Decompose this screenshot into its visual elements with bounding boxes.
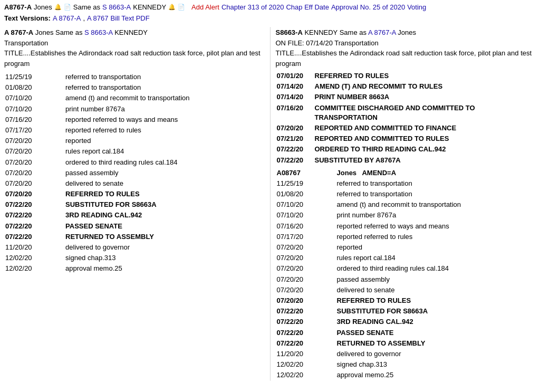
action-cell: delivered to senate	[336, 285, 536, 295]
left-history-table: 11/25/19 referred to transportation 01/0…	[4, 72, 265, 274]
table-row: 07/20/20 delivered to senate	[276, 285, 536, 295]
table-row: 07/22/20 3RD READING CAL.942	[276, 317, 536, 327]
right-same-as-label: Same as	[340, 28, 368, 36]
date-cell: 07/16/20	[276, 103, 314, 123]
table-row: 07/22/20 ORDERED TO THIRD READING CAL.94…	[276, 144, 536, 155]
table-row: 07/22/20 SUBSTITUTED BY A8767A	[276, 155, 536, 166]
date-cell: 07/22/20	[276, 144, 314, 155]
date-cell: 07/22/20	[276, 328, 336, 338]
date-cell: 07/20/20	[276, 274, 336, 285]
action-cell: rules report cal.184	[64, 146, 264, 157]
action-cell: SUBSTITUTED FOR S8663A	[336, 306, 536, 317]
table-row: 07/17/20 reported referred to rules	[276, 232, 536, 242]
right-same-as-sponsor-val: Jones	[398, 28, 416, 36]
left-bill-type: Transportation	[4, 38, 265, 49]
bell-icon[interactable]: 🔔	[54, 4, 62, 11]
chapter-label-link[interactable]: Chapter	[221, 3, 246, 11]
date-cell: 07/20/20	[276, 285, 336, 295]
action-cell: referred to transportation	[64, 82, 264, 93]
version2-link[interactable]: A 8767	[87, 14, 109, 22]
version-comma: ,	[83, 14, 85, 22]
left-same-as-link[interactable]: S 8663-A	[84, 28, 113, 36]
date-cell: 11/20/20	[4, 242, 64, 253]
add-alert-link[interactable]: Add Alert	[191, 3, 219, 11]
action-cell: reported referred to rules	[64, 125, 264, 136]
action-cell: print number 8767a	[64, 104, 264, 114]
action-cell: ordered to third reading rules cal.184	[336, 263, 536, 274]
table-row: 07/22/20 PASSED SENATE	[276, 328, 536, 338]
sub-bill-sponsor-cell: Jones AMEND=A	[336, 168, 536, 178]
date-cell: 07/20/20	[4, 157, 64, 168]
table-row: 07/01/20 REFERRED TO RULES	[276, 71, 536, 81]
table-row: 07/16/20 COMMITTEE DISCHARGED AND COMMIT…	[276, 103, 536, 123]
action-cell: passed assembly	[64, 168, 264, 178]
table-row: 07/10/20 print number 8767a	[276, 210, 536, 221]
action-cell: signed chap.313	[336, 359, 536, 370]
date-cell: 07/16/20	[276, 221, 336, 232]
date-cell: 01/08/20	[276, 189, 336, 199]
table-row: 01/08/20 referred to transportation	[4, 82, 265, 93]
date-cell: 07/20/20	[276, 123, 314, 133]
right-bill-type: Transportation	[334, 39, 378, 47]
same-as-bill-link[interactable]: S 8663-A	[102, 3, 131, 11]
table-row: 07/17/20 reported referred to rules	[4, 125, 265, 136]
table-row: 12/02/20 signed chap.313	[276, 359, 536, 370]
date-cell: 07/01/20	[276, 71, 314, 81]
table-row: 07/20/20 reported	[276, 242, 536, 253]
table-row: 07/22/20 RETURNED TO ASSEMBLY	[4, 232, 265, 242]
date-cell: 07/10/20	[276, 199, 336, 210]
date-cell: 07/22/20	[4, 221, 64, 232]
action-cell: ORDERED TO THIRD READING CAL.942	[314, 144, 536, 155]
action-cell: approval memo.25	[336, 370, 536, 380]
main-content: A 8767-A Jones Same as S 8663-A KENNEDY …	[4, 27, 536, 380]
of2-val: of	[382, 3, 388, 11]
table-row: 07/10/20 amend (t) and recommit to trans…	[276, 199, 536, 210]
same-as-copy-icon[interactable]: 📄	[178, 4, 185, 11]
date-cell: 07/17/20	[276, 232, 336, 242]
action-cell: rules report cal.184	[336, 253, 536, 263]
voting-link[interactable]: Voting	[407, 3, 426, 11]
table-row: 07/22/20 3RD READING CAL.942	[4, 210, 265, 221]
approval-label: Approval No.	[331, 3, 371, 11]
approval-link[interactable]: Approval No. 25 of 2020	[331, 3, 405, 11]
action-cell: reported referred to rules	[336, 232, 536, 242]
table-row: 07/20/20 delivered to senate	[4, 178, 265, 189]
year1-link[interactable]: 2020	[269, 3, 284, 11]
table-row: 07/22/20 RETURNED TO ASSEMBLY	[276, 338, 536, 349]
action-cell: REFERRED TO RULES	[64, 189, 264, 199]
table-row: 07/14/20 AMEND (T) AND RECOMMIT TO RULES	[276, 81, 536, 92]
action-cell: reported	[336, 242, 536, 253]
right-bill-id: S8663-A	[276, 28, 303, 36]
table-row: 11/25/19 referred to transportation	[4, 72, 265, 82]
date-cell: 07/22/20	[276, 338, 336, 349]
bill-text-pdf-link[interactable]: Bill Text PDF	[111, 14, 150, 22]
action-cell: amend (t) and recommit to transportation	[64, 93, 264, 103]
chapter-num: 313	[248, 3, 259, 11]
action-cell: PRINT NUMBER 8663A	[314, 92, 536, 102]
date-cell: 07/20/20	[276, 253, 336, 263]
action-cell: RETURNED TO ASSEMBLY	[64, 232, 264, 242]
date-cell: 01/08/20	[4, 82, 64, 93]
action-cell: COMMITTEE DISCHARGED AND COMMITTED TO TR…	[314, 103, 536, 123]
right-sponsor-val: KENNEDY	[304, 28, 338, 36]
chap-eff-date-link[interactable]: Chap Eff Date	[286, 3, 329, 11]
table-row: 07/20/20 REPORTED AND COMMITTED TO FINAN…	[276, 123, 536, 133]
table-row: 07/20/20 ordered to third reading rules …	[4, 157, 265, 168]
version1-link[interactable]: A 8767-A	[53, 14, 81, 22]
date-cell: 07/10/20	[276, 210, 336, 221]
left-same-as-sponsor-val: KENNEDY	[114, 28, 148, 36]
same-as-bell-icon[interactable]: 🔔	[168, 4, 176, 11]
date-cell: 07/20/20	[276, 242, 336, 253]
left-bill-id: A 8767-A	[4, 28, 33, 36]
table-row: 07/22/20 SUBSTITUTED FOR S8663A	[276, 306, 536, 317]
left-same-as-label: Same as	[55, 28, 84, 36]
right-same-as-link[interactable]: A 8767-A	[368, 28, 396, 36]
left-bill-header: A 8767-A Jones Same as S 8663-A KENNEDY …	[4, 27, 265, 69]
table-row: 07/20/20 ordered to third reading rules …	[276, 263, 536, 274]
table-row: 07/10/20 print number 8767a	[4, 104, 265, 114]
copy-icon[interactable]: 📄	[64, 4, 71, 11]
table-row: 07/20/20 reported	[4, 136, 265, 146]
date-cell: 07/22/20	[4, 199, 64, 210]
table-row: 07/20/20 passed assembly	[276, 274, 536, 285]
table-row: 01/08/20 referred to transportation	[276, 189, 536, 199]
